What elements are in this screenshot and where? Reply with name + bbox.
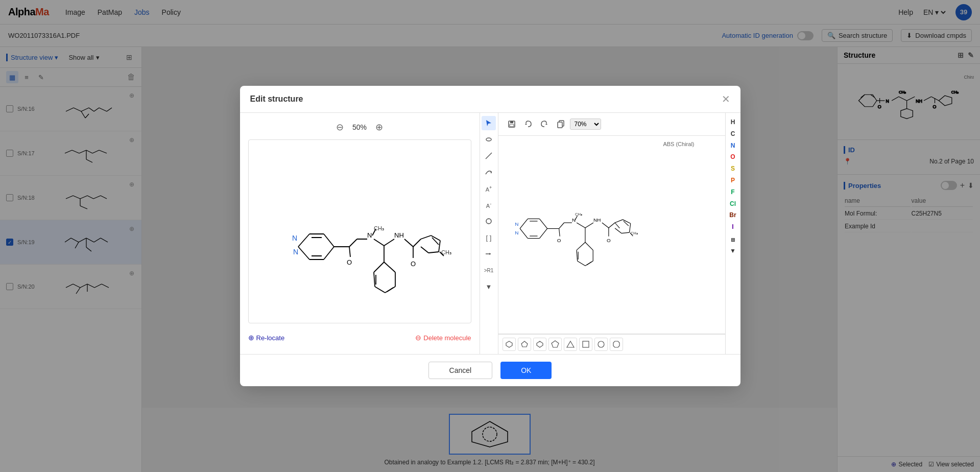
element-F[interactable]: F	[729, 187, 736, 198]
triangle-button[interactable]	[564, 338, 577, 351]
select-tool[interactable]	[482, 116, 496, 130]
delete-mol-icon: ⊖	[415, 334, 421, 342]
r-group-tool[interactable]: >R1	[482, 263, 496, 277]
preview-molecule-svg: N N O N CH₃	[262, 145, 457, 318]
element-C[interactable]: C	[729, 129, 737, 139]
undo-button[interactable]	[521, 117, 535, 131]
svg-line-147	[615, 220, 623, 223]
element-table-icon[interactable]: ⊞	[729, 235, 737, 245]
modal-close-button[interactable]: ✕	[722, 94, 730, 104]
svg-text:N: N	[293, 248, 298, 256]
modal-actions: ⊕ Re-locate ⊖ Delete molecule	[248, 329, 471, 346]
bracket-tool[interactable]: [ ]	[482, 230, 496, 245]
svg-point-107	[486, 138, 491, 141]
svg-line-108	[486, 153, 492, 159]
save-editor-button[interactable]	[505, 117, 519, 131]
element-I[interactable]: I	[730, 222, 735, 232]
svg-text:O: O	[347, 258, 352, 266]
svg-text:O: O	[607, 238, 611, 243]
delete-mol-label: Delete molecule	[423, 334, 471, 342]
svg-line-122	[520, 219, 528, 228]
cancel-button[interactable]: Cancel	[428, 362, 493, 379]
relocate-icon: ⊕	[248, 334, 254, 342]
svg-line-65	[298, 234, 309, 247]
modal-overlay[interactable]: Edit structure ✕ ⊖ 50% ⊕	[0, 0, 980, 472]
svg-text:N: N	[515, 230, 518, 235]
arrow-tool[interactable]	[482, 165, 496, 179]
zoom-in-button[interactable]: ⊕	[373, 121, 385, 133]
pentagon-point-button[interactable]	[548, 338, 562, 351]
modal-footer: Cancel OK	[240, 354, 740, 386]
zoom-out-button[interactable]: ⊖	[334, 121, 346, 133]
ring-tool[interactable]	[482, 214, 496, 228]
svg-text:O: O	[557, 238, 561, 243]
element-P[interactable]: P	[729, 175, 737, 186]
element-Br[interactable]: Br	[727, 210, 738, 221]
arrow-straight-tool[interactable]	[482, 247, 496, 261]
editor-bottom-toolbar	[498, 334, 725, 354]
redo-button[interactable]	[537, 117, 552, 131]
svg-line-77	[349, 247, 350, 257]
svg-line-151	[615, 228, 622, 233]
svg-line-84	[384, 239, 394, 246]
hexagon-flat-button[interactable]	[503, 338, 516, 351]
svg-text:NH: NH	[394, 231, 404, 239]
left-tools: A+ A- [ ] >R1	[480, 113, 498, 354]
chiral-label: ABS (Chiral)	[663, 141, 694, 147]
hexagon-point-button[interactable]	[533, 338, 546, 351]
editor-toolbar: 70% 50% 100%	[498, 113, 725, 136]
modal-header: Edit structure ✕	[240, 86, 740, 113]
relocate-button[interactable]: ⊕ Re-locate	[248, 334, 285, 342]
editor-panel: 70% 50% 100% ABS (Chiral)	[498, 113, 725, 354]
svg-rect-171	[583, 341, 589, 347]
element-S[interactable]: S	[729, 163, 737, 174]
svg-text:N: N	[292, 234, 297, 242]
editor-zoom-select[interactable]: 70% 50% 100%	[570, 119, 601, 130]
svg-line-143	[602, 223, 608, 228]
element-Cl[interactable]: Cl	[728, 199, 738, 209]
svg-text:N: N	[367, 231, 372, 239]
svg-marker-169	[552, 341, 559, 347]
zoom-level: 50%	[352, 123, 367, 131]
line-tool[interactable]	[482, 149, 496, 163]
modal-title: Edit structure	[250, 95, 303, 104]
ok-button[interactable]: OK	[500, 362, 552, 379]
pentagon-button[interactable]	[518, 338, 531, 351]
copy-editor-button[interactable]	[554, 117, 568, 131]
element-N[interactable]: N	[729, 140, 737, 151]
svg-line-106	[387, 288, 393, 292]
svg-line-152	[615, 223, 619, 228]
bond-tool[interactable]	[482, 132, 496, 147]
modal-body: ⊖ 50% ⊕	[240, 113, 740, 354]
svg-marker-170	[567, 341, 574, 347]
svg-line-87	[413, 239, 421, 247]
svg-marker-166	[521, 341, 528, 347]
element-down-arrow[interactable]: ▼	[728, 246, 738, 256]
octagon-button[interactable]	[610, 338, 623, 351]
delete-molecule-button[interactable]: ⊖ Delete molecule	[415, 334, 471, 342]
element-panel: H C N O S P F Cl Br I ⊞ ▼	[725, 113, 740, 354]
svg-line-158	[577, 250, 578, 261]
down-arrow-tool[interactable]: ▼	[482, 279, 496, 294]
text-grow-tool[interactable]: A+	[482, 181, 496, 196]
modal-right-panel: A+ A- [ ] >R1	[480, 113, 740, 354]
svg-line-70	[298, 247, 309, 259]
svg-line-133	[559, 223, 564, 228]
svg-line-127	[520, 228, 528, 238]
element-O[interactable]: O	[728, 152, 737, 162]
circle-button[interactable]	[594, 338, 608, 351]
svg-line-144	[608, 223, 614, 228]
svg-line-68	[324, 247, 334, 259]
svg-line-162	[585, 242, 592, 250]
editor-canvas[interactable]: ABS (Chiral)	[498, 136, 725, 334]
svg-text:O: O	[411, 260, 416, 268]
element-H[interactable]: H	[729, 117, 737, 128]
svg-line-99	[374, 262, 384, 272]
svg-line-104	[384, 262, 395, 272]
svg-marker-114	[489, 253, 491, 255]
svg-point-172	[598, 341, 604, 347]
text-shrink-tool[interactable]: A-	[482, 198, 496, 212]
svg-line-150	[622, 232, 629, 233]
svg-line-101	[375, 287, 385, 293]
square-button[interactable]	[579, 338, 592, 351]
